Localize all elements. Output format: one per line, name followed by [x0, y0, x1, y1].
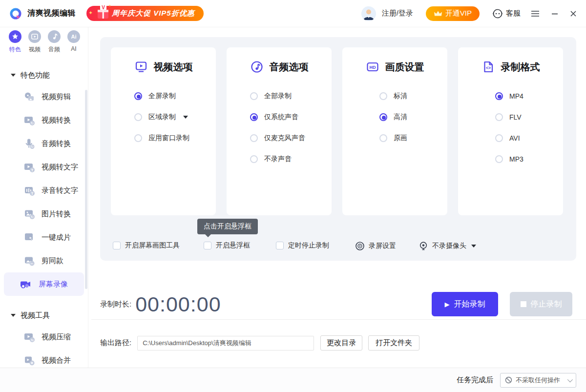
radio-original-quality[interactable]: 原画 — [342, 127, 447, 148]
video-compress-icon: ⇆ — [23, 331, 35, 343]
svg-text:↻: ↻ — [31, 121, 34, 125]
checkbox-icon — [276, 242, 284, 249]
panel-title: 录制格式 — [501, 61, 540, 74]
radio-high-definition[interactable]: 高清 — [342, 106, 447, 127]
output-path-input[interactable] — [137, 336, 314, 351]
svg-text:T: T — [31, 168, 34, 172]
radio-icon — [134, 134, 142, 142]
radio-system-sound-only[interactable]: 仅系统声音 — [227, 106, 332, 127]
svg-text:↻: ↻ — [31, 215, 34, 219]
output-path-row: 输出路径: 更改目录 打开文件夹 — [100, 335, 419, 351]
checkbox-screen-draw-tool[interactable]: 开启屏幕画图工具 — [113, 241, 180, 250]
sidebar-item-cut-same-style[interactable]: ✂ 剪同款 — [4, 249, 84, 272]
radio-format-mp3[interactable]: MP3 — [458, 148, 563, 169]
crown-icon — [434, 10, 442, 18]
sidebar-item-video-convert[interactable]: ↻ 视频转换 — [4, 108, 84, 132]
image-convert-icon: ↻ — [23, 208, 35, 220]
minimize-icon — [551, 10, 559, 18]
open-folder-button[interactable]: 打开文件夹 — [368, 335, 419, 351]
hd-icon: HD — [366, 60, 379, 74]
panel-quality-settings: HD 画质设置 标清 高清 — [342, 47, 447, 215]
tab-audio[interactable]: 音频 — [45, 30, 63, 54]
radio-fullscreen-record[interactable]: 全屏录制 — [111, 85, 216, 106]
svg-text:⇆: ⇆ — [31, 338, 34, 342]
radio-icon — [379, 92, 387, 100]
start-recording-button[interactable]: ▶ 开始录制 — [432, 292, 498, 316]
checkbox-timed-stop[interactable]: 定时停止录制 — [276, 241, 329, 250]
video-editing-icon — [23, 91, 35, 103]
change-directory-button[interactable]: 更改目录 — [320, 335, 362, 351]
sidebar-item-one-click-film[interactable]: 一键成片 — [4, 226, 84, 249]
svg-text:✂: ✂ — [30, 262, 33, 266]
open-vip-button[interactable]: 开通VIP — [426, 6, 480, 21]
panel-record-format: <> 录制格式 MP4 FLV — [458, 47, 563, 215]
app-window: 清爽视频编辑 ✦ V ✦ 周年庆大促 VIP5折优惠 — [0, 0, 586, 392]
login-register-link[interactable]: 注册/登录 — [382, 9, 413, 18]
monitor-play-icon — [134, 60, 148, 74]
section-video-tools[interactable]: 视频工具 — [0, 306, 88, 325]
radio-format-avi[interactable]: AVI — [458, 127, 563, 148]
tab-video[interactable]: 视频 — [25, 30, 44, 54]
promo-banner[interactable]: ✦ V ✦ 周年庆大促 VIP5折优惠 — [86, 6, 204, 21]
menu-button[interactable] — [529, 9, 541, 19]
output-path-label: 输出路径: — [100, 338, 131, 348]
sidebar-item-image-convert[interactable]: ↻ 图片转换 — [4, 202, 84, 226]
panel-title: 音频选项 — [270, 61, 309, 74]
checkbox-floating-box[interactable]: 开启悬浮框 — [204, 241, 250, 250]
chevron-down-icon — [11, 314, 16, 317]
svg-text:Ai: Ai — [71, 34, 77, 40]
panel-audio-options: 音频选项 全部录制 仅系统声音 仅麦克风声音 — [227, 47, 332, 215]
panel-title: 画质设置 — [385, 61, 424, 74]
after-task-label: 任务完成后 — [457, 375, 493, 385]
radio-icon — [379, 134, 387, 142]
ai-icon: Ai — [67, 30, 80, 43]
sidebar-item-audio-convert[interactable]: ↻ 音频转换 — [4, 132, 84, 155]
radio-icon — [134, 92, 142, 100]
close-icon — [569, 10, 577, 18]
camera-select[interactable]: 不录摄像头 — [419, 241, 476, 251]
radio-standard-definition[interactable]: 标清 — [342, 85, 447, 106]
radio-icon — [495, 155, 503, 163]
sidebar-item-video-to-text[interactable]: T 视频转文字 — [4, 155, 84, 179]
sparkle-icon: ✦ — [88, 10, 93, 16]
sidebar-item-audio-to-text[interactable]: T 录音转文字 — [4, 179, 84, 202]
svg-text:V: V — [102, 5, 105, 10]
music-circle-icon — [250, 60, 264, 74]
close-button[interactable] — [568, 9, 578, 19]
minimize-button[interactable] — [550, 9, 560, 19]
sidebar-item-screen-recording[interactable]: 屏幕录像 — [4, 272, 84, 296]
user-avatar[interactable] — [361, 6, 376, 21]
radio-icon — [495, 92, 503, 100]
chevron-down-icon[interactable] — [183, 116, 188, 119]
sidebar-scrollbar[interactable] — [85, 90, 87, 289]
one-click-film-icon — [23, 231, 35, 243]
radio-format-mp4[interactable]: MP4 — [458, 85, 563, 106]
after-task-select[interactable]: 不采取任何操作 — [500, 373, 576, 388]
screen-recording-icon — [20, 278, 32, 290]
radio-icon — [250, 134, 258, 142]
record-settings-icon — [355, 241, 365, 251]
sidebar-item-video-compress[interactable]: ⇆ 视频压缩 — [4, 325, 84, 349]
svg-text:T: T — [31, 191, 34, 196]
video-icon — [28, 30, 41, 43]
record-settings-button[interactable]: 录屏设置 — [355, 241, 396, 251]
stop-recording-button[interactable]: 停止录制 — [510, 292, 572, 316]
tab-ai[interactable]: Ai AI — [64, 30, 83, 54]
video-convert-icon: ↻ — [23, 114, 35, 126]
radio-mic-sound-only[interactable]: 仅麦克风声音 — [227, 127, 332, 148]
tab-featured[interactable]: 特色 — [6, 30, 24, 54]
customer-service[interactable]: 客服 — [492, 8, 521, 19]
radio-no-sound[interactable]: 不录声音 — [227, 148, 332, 169]
promo-text: 周年庆大促 VIP5折优惠 — [112, 9, 195, 18]
sidebar-item-video-editing[interactable]: 视频剪辑 — [4, 85, 84, 108]
radio-app-window-record[interactable]: 应用窗口录制 — [111, 127, 216, 148]
radio-record-all-audio[interactable]: 全部录制 — [227, 85, 332, 106]
video-to-text-icon: T — [23, 161, 35, 173]
app-logo-icon — [9, 7, 22, 21]
section-featured-functions[interactable]: 特色功能 — [0, 65, 88, 85]
audio-to-text-icon: T — [23, 185, 35, 196]
radio-region-record[interactable]: 区域录制 — [111, 106, 216, 127]
chevron-down-icon — [567, 376, 573, 382]
radio-format-flv[interactable]: FLV — [458, 106, 563, 127]
bottombar: 任务完成后 不采取任何操作 — [0, 368, 586, 392]
